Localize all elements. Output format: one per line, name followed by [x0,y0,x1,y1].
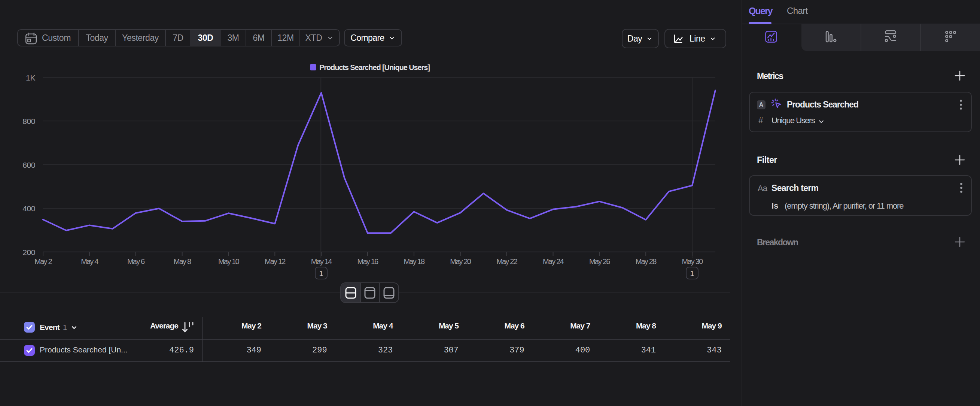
svg-text:May 6: May 6 [127,257,145,266]
svg-text:800: 800 [22,117,35,126]
svg-text:May 10: May 10 [218,257,239,266]
svg-text:May 12: May 12 [265,257,286,266]
svg-text:May 30: May 30 [682,257,703,266]
svg-text:May 14: May 14 [311,257,332,266]
svg-text:400: 400 [22,204,35,213]
svg-text:May 22: May 22 [496,257,517,266]
svg-text:May 28: May 28 [636,257,657,266]
svg-text:May 8: May 8 [174,257,191,266]
svg-text:May 24: May 24 [543,257,564,266]
svg-text:May 26: May 26 [589,257,610,266]
svg-text:May 4: May 4 [81,257,99,266]
svg-text:May 2: May 2 [35,257,52,266]
svg-text:May 18: May 18 [404,257,425,266]
svg-text:600: 600 [22,161,35,169]
svg-text:1: 1 [690,269,694,277]
svg-text:May 16: May 16 [358,257,379,266]
svg-text:1K: 1K [26,73,35,82]
svg-text:May 20: May 20 [450,257,471,266]
svg-text:1: 1 [319,269,323,277]
svg-text:200: 200 [22,248,35,256]
